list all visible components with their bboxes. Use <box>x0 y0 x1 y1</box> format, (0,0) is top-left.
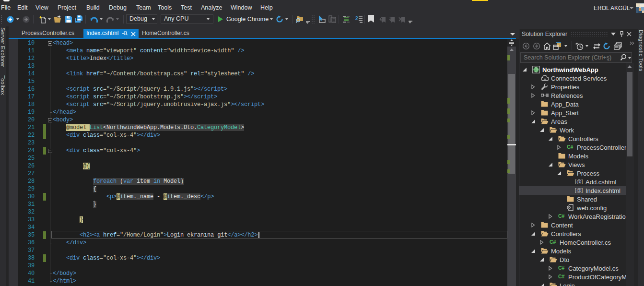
svg-text:2: 2 <box>355 16 358 21</box>
